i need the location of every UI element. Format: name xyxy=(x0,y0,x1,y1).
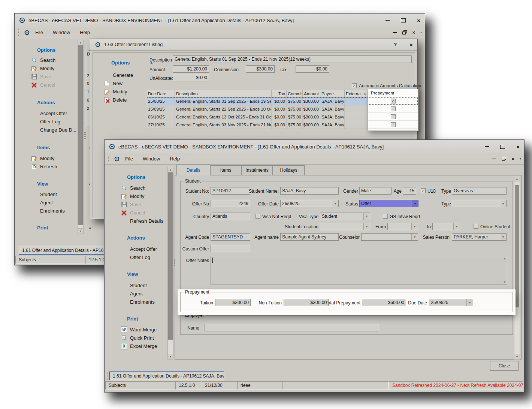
prepayment-checkbox[interactable] xyxy=(391,99,396,103)
chevron-down-icon[interactable]: ▼ xyxy=(453,223,460,230)
prepayment-cell[interactable] xyxy=(368,113,418,121)
menu-window[interactable]: Window xyxy=(53,30,70,35)
offer-no-field[interactable]: 2249 xyxy=(211,200,250,207)
col-commission[interactable]: Commissi xyxy=(287,90,303,97)
menu-help[interactable]: Help xyxy=(80,30,90,35)
scroll-down-icon[interactable]: ▼ xyxy=(503,280,506,284)
dialog-item-delete[interactable]: Delete xyxy=(98,96,149,104)
chevron-down-icon[interactable]: ▼ xyxy=(412,200,418,207)
agent-code-field[interactable]: SPAGENTSYD xyxy=(211,233,250,241)
chevron-down-icon[interactable]: ▼ xyxy=(466,299,473,306)
mdi-close-icon[interactable]: × xyxy=(511,156,514,161)
type2-dropdown[interactable]: ▼ xyxy=(452,200,507,207)
due-date-dropdown[interactable]: 25/08/25▼ xyxy=(429,299,473,306)
mdi-minimize-icon[interactable] xyxy=(393,32,397,33)
col-payee[interactable]: Payee xyxy=(320,90,345,97)
menu-file[interactable]: File xyxy=(35,30,43,35)
scrollbar-thumb[interactable] xyxy=(78,45,83,225)
maximize-icon[interactable] xyxy=(500,145,505,149)
to-dropdown[interactable]: ▼ xyxy=(432,223,460,230)
scroll-up-icon[interactable]: ▲ xyxy=(514,176,520,181)
prepayment-checkbox[interactable] xyxy=(391,114,396,119)
sidebar-section-view[interactable]: View▲ xyxy=(16,180,98,188)
gs-intvw-checkbox[interactable] xyxy=(383,214,388,219)
chevron-down-icon[interactable]: ▼ xyxy=(411,234,418,240)
offer-date-dropdown[interactable]: 26/08/25▼ xyxy=(280,200,339,207)
col-description[interactable]: Description xyxy=(175,90,272,97)
scroll-down-icon[interactable]: ▼ xyxy=(168,354,173,359)
close-button[interactable]: Close xyxy=(490,361,519,371)
col-external[interactable]: Externa▲ xyxy=(345,90,368,97)
scroll-up-icon[interactable]: ▲ xyxy=(78,40,83,45)
online-student-checkbox[interactable] xyxy=(474,224,478,229)
offer-notes-textarea[interactable]: ▲ ▼ xyxy=(211,256,507,285)
chevron-down-icon[interactable]: ▼ xyxy=(363,223,370,230)
menu-window[interactable]: Window xyxy=(143,156,160,162)
student-no-field[interactable]: AP10612 xyxy=(211,187,250,195)
country-field[interactable]: Atlantis xyxy=(211,213,250,220)
maximize-icon[interactable] xyxy=(401,18,406,22)
unallocated-field[interactable]: $0.00 xyxy=(173,74,209,81)
sales-person-dropdown[interactable]: PARKER, Harper▼ xyxy=(452,233,507,241)
chevron-down-icon[interactable]: ▼ xyxy=(411,223,418,230)
visa-type-dropdown[interactable]: Student▼ xyxy=(320,213,370,220)
employer-name-field[interactable] xyxy=(205,324,379,331)
dialog-titlebar[interactable]: 1.63 Offer Instalment Listing ? × xyxy=(90,39,417,51)
menu-help[interactable]: Help xyxy=(170,156,180,162)
help-button[interactable]: ? xyxy=(394,42,397,47)
minimize-icon[interactable] xyxy=(485,146,489,147)
tax-field[interactable]: $0.00 xyxy=(296,65,329,73)
student-name-field[interactable]: SAJA, Bavy xyxy=(280,187,339,195)
mdi-menu-chevron-icon[interactable]: ▾ xyxy=(420,31,422,34)
mdi-restore-icon[interactable] xyxy=(502,157,506,161)
chevron-down-icon[interactable]: ▼ xyxy=(332,200,338,207)
scroll-down-icon[interactable]: ▼ xyxy=(78,228,83,234)
tab-holidays[interactable]: Holidays xyxy=(273,165,305,175)
tab-details[interactable]: Details xyxy=(176,165,210,175)
scrollbar-thumb[interactable] xyxy=(515,185,519,307)
prepayment-cell[interactable] xyxy=(368,121,418,129)
prepayment-column-header[interactable]: Prepayment xyxy=(368,89,418,97)
auto-amounts-checkbox[interactable] xyxy=(352,83,357,88)
age-field[interactable]: 15 xyxy=(403,187,416,195)
prepayment-checkbox[interactable] xyxy=(391,106,396,111)
mdi-menu-chevron-icon[interactable]: ▾ xyxy=(520,157,521,160)
tab-items[interactable]: Items xyxy=(210,165,241,175)
chevron-down-icon[interactable]: ▼ xyxy=(500,200,506,207)
col-amount[interactable]: Amount xyxy=(303,90,320,97)
close-icon[interactable]: × xyxy=(409,42,413,48)
tuition-field[interactable]: $300.00 xyxy=(215,299,251,306)
commission-field[interactable]: $300.00 xyxy=(246,65,275,73)
sidebar-section-items[interactable]: Items▲ xyxy=(16,143,98,151)
amount-field[interactable]: $1,200.00 xyxy=(173,65,209,73)
sidebar-item-view-agent[interactable]: Agent xyxy=(16,199,101,207)
mdi-close-icon[interactable]: × xyxy=(412,30,415,35)
scroll-up-icon[interactable]: ▲ xyxy=(168,167,173,172)
dialog-section-options[interactable]: Options▲ xyxy=(98,58,156,67)
scroll-up-icon[interactable]: ▲ xyxy=(503,257,506,260)
sidebar-item-change-due-date[interactable]: Change Due D... xyxy=(16,126,101,134)
custom-offer-field[interactable] xyxy=(211,245,250,252)
col-due-date[interactable]: Due Date xyxy=(147,90,175,97)
minimize-icon[interactable] xyxy=(386,20,390,21)
details-scrollbar[interactable]: ▲ ▼ xyxy=(514,176,520,360)
sidebar-section-print[interactable]: Print▲ xyxy=(16,223,98,232)
open-window-tab[interactable]: 1.61 Offer and Application Details - AP1… xyxy=(109,372,224,380)
sidebar-item-view-student[interactable]: Student xyxy=(16,190,101,198)
scrollbar-thumb[interactable] xyxy=(168,172,173,340)
mdi-minimize-icon[interactable] xyxy=(492,159,496,159)
sidebar-scrollbar[interactable]: ▲ ▼ xyxy=(78,40,84,234)
u18-checkbox[interactable] xyxy=(421,188,426,193)
scroll-down-icon[interactable]: ▼ xyxy=(514,354,520,359)
status-dropdown[interactable]: Offer▼ xyxy=(359,200,418,207)
tab-instalments[interactable]: Instalments xyxy=(241,165,273,175)
titlebar[interactable]: eBECAS - eBECAS VET DEMO - SANDBOX ENVIR… xyxy=(105,140,524,154)
sidebar-item-view-enrolments[interactable]: Enrolments xyxy=(16,207,101,215)
prepayment-cell[interactable] xyxy=(368,97,418,105)
chevron-down-icon[interactable]: ▼ xyxy=(500,234,506,240)
menu-file[interactable]: File xyxy=(125,156,133,162)
close-icon[interactable]: × xyxy=(516,144,520,150)
sidebar-scrollbar[interactable]: ▲ ▼ xyxy=(167,167,173,360)
chevron-down-icon[interactable]: ▼ xyxy=(363,213,370,220)
dialog-item-generate[interactable]: Generate xyxy=(98,71,158,79)
